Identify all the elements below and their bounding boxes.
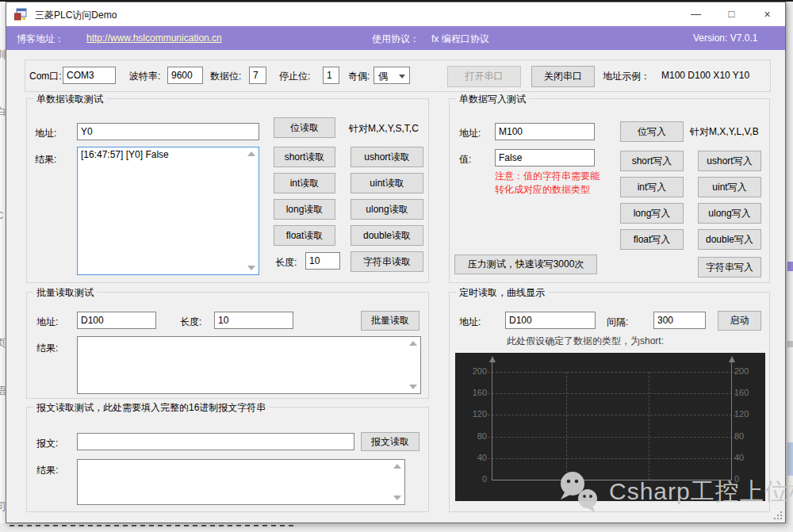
message-read-panel-title: 报文读取测试，此处需要填入完整的16进制报文字符串 xyxy=(33,401,269,415)
message-label: 报文: xyxy=(36,437,58,450)
gridline xyxy=(488,393,736,394)
short-read-button[interactable]: short读取 xyxy=(274,147,335,167)
read-result-textarea[interactable]: [16:47:57] [Y0] False xyxy=(78,147,259,274)
message-read-panel: 报文读取测试，此处需要填入完整的16进制报文字符串 报文: 报文读取 结果: xyxy=(26,407,429,512)
address-example-label: 地址示例： xyxy=(603,70,650,83)
data-bits-label: 数据位: xyxy=(210,70,241,83)
write-value-input[interactable] xyxy=(495,149,595,166)
message-result-label: 结果: xyxy=(36,464,58,477)
version-label: Version: V7.0.1 xyxy=(693,33,757,44)
uint-write-button[interactable]: uint写入 xyxy=(698,177,761,197)
address-example-value: M100 D100 X10 Y10 xyxy=(661,70,749,81)
bit-write-hint: 针对M,X,Y,L,V,B xyxy=(690,125,759,139)
open-port-button[interactable]: 打开串口 xyxy=(447,66,521,87)
message-read-button[interactable]: 报文读取 xyxy=(361,432,419,451)
write-note-line1: 注意：值的字符串需要能 xyxy=(495,170,600,183)
y-tick-label: 80 xyxy=(734,431,763,441)
uint-read-button[interactable]: uint读取 xyxy=(351,173,423,193)
baud-rate-input[interactable] xyxy=(167,67,203,84)
float-read-button[interactable]: float读取 xyxy=(274,225,335,246)
ulong-write-button[interactable]: ulong写入 xyxy=(698,203,761,224)
scroll-down-arrow[interactable] xyxy=(247,266,255,270)
com-port-label: Com口: xyxy=(29,70,62,83)
scroll-up-arrow[interactable] xyxy=(247,151,255,156)
y-tick-label: 120 xyxy=(458,409,487,419)
batch-address-input[interactable] xyxy=(77,312,156,329)
int-write-button[interactable]: int写入 xyxy=(620,177,684,197)
scroll-up-arrow[interactable] xyxy=(393,464,401,469)
double-write-button[interactable]: double写入 xyxy=(698,229,761,250)
batch-read-panel: 批量读取测试 地址: 长度: 批量读取 结果: xyxy=(26,292,429,399)
message-result-textarea[interactable] xyxy=(78,460,404,504)
com-port-input[interactable] xyxy=(63,67,116,84)
y-tick-label: 40 xyxy=(734,453,763,462)
double-read-button[interactable]: double读取 xyxy=(351,225,423,246)
read-result-label: 结果: xyxy=(35,153,56,166)
curve-chart: 200 160 120 80 40 0 200 160 120 80 40 0 xyxy=(455,353,765,501)
protocol-label: 使用协议： xyxy=(372,33,419,46)
gridline xyxy=(488,437,736,438)
y-tick-label: 0 xyxy=(458,474,487,484)
parity-select[interactable]: 偶 xyxy=(374,67,410,84)
single-write-panel-title: 单数据写入测试 xyxy=(456,93,529,106)
int-read-button[interactable]: int读取 xyxy=(274,173,335,193)
long-write-button[interactable]: long写入 xyxy=(620,203,684,224)
y-tick-label: 0 xyxy=(734,474,763,484)
close-port-button[interactable]: 关闭串口 xyxy=(531,66,595,87)
ushort-write-button[interactable]: ushort写入 xyxy=(698,151,761,171)
axis-arrow-icon xyxy=(489,356,496,362)
pressure-test-button[interactable]: 压力测试，快速读写3000次 xyxy=(454,255,597,274)
string-read-button[interactable]: 字符串读取 xyxy=(351,251,423,272)
background-highlight-block xyxy=(787,262,793,271)
stop-bits-input[interactable] xyxy=(323,67,339,84)
batch-result-textarea[interactable] xyxy=(78,337,420,393)
write-note-line2: 转化成对应的数据类型 xyxy=(495,183,590,197)
y-tick-label: 160 xyxy=(458,388,487,397)
batch-read-panel-title: 批量读取测试 xyxy=(33,286,97,300)
curve-interval-input[interactable] xyxy=(653,312,706,329)
float-write-button[interactable]: float写入 xyxy=(620,229,684,250)
background-text-line xyxy=(10,525,295,526)
short-write-button[interactable]: short写入 xyxy=(620,151,684,171)
data-bits-input[interactable] xyxy=(249,67,266,84)
scroll-up-arrow[interactable] xyxy=(409,341,417,346)
write-address-input[interactable] xyxy=(495,123,595,140)
scroll-down-arrow[interactable] xyxy=(393,496,401,500)
curve-address-input[interactable] xyxy=(505,312,596,329)
curve-hint: 此处假设确定了数据的类型，为short: xyxy=(507,335,664,348)
minimize-button[interactable]: — xyxy=(678,2,714,26)
resize-grip[interactable] xyxy=(774,511,782,519)
write-value-label: 值: xyxy=(459,153,471,166)
read-length-input[interactable] xyxy=(305,252,340,270)
screenshot-root: 训 白 C 页 语 司 三菱PLC访问Demo — □ × 博客地址： xyxy=(0,0,793,532)
bit-write-button[interactable]: 位写入 xyxy=(620,121,684,142)
read-address-input[interactable] xyxy=(77,123,259,140)
bit-read-button[interactable]: 位读取 xyxy=(274,117,335,138)
string-write-button[interactable]: 字符串写入 xyxy=(698,257,761,277)
gridline-vertical xyxy=(649,372,649,480)
message-input[interactable] xyxy=(77,433,354,450)
batch-read-button[interactable]: 批量读取 xyxy=(361,311,419,331)
chevron-down-icon xyxy=(399,75,405,78)
protocol-value: fx 编程口协议 xyxy=(431,33,489,46)
maximize-button[interactable]: □ xyxy=(714,2,749,26)
y-tick-label: 40 xyxy=(458,453,487,462)
app-icon xyxy=(14,8,27,21)
y-tick-label: 200 xyxy=(458,366,487,376)
ushort-read-button[interactable]: ushort读取 xyxy=(351,147,423,167)
read-address-label: 地址: xyxy=(35,127,56,140)
close-button[interactable]: × xyxy=(749,2,785,26)
background-right-strip xyxy=(787,2,793,523)
curve-start-button[interactable]: 启动 xyxy=(718,311,761,331)
single-write-panel: 单数据写入测试 地址: 值: 注意：值的字符串需要能 转化成对应的数据类型 位写… xyxy=(449,98,770,283)
bit-read-hint: 针对M,X,Y,S,T,C xyxy=(349,122,419,136)
background-left-strip: 训 白 C 页 语 司 xyxy=(0,2,6,523)
axis-arrow-icon xyxy=(729,356,735,362)
single-read-panel: 单数据读取测试 地址: 结果: [16:47:57] [Y0] False 位读… xyxy=(26,98,429,283)
scroll-down-arrow[interactable] xyxy=(409,385,417,389)
long-read-button[interactable]: long读取 xyxy=(274,199,335,220)
batch-length-input[interactable] xyxy=(214,312,293,329)
gridline xyxy=(488,458,736,459)
ulong-read-button[interactable]: ulong读取 xyxy=(351,199,423,220)
blog-link[interactable]: http://www.hslcommunication.cn xyxy=(86,33,222,44)
